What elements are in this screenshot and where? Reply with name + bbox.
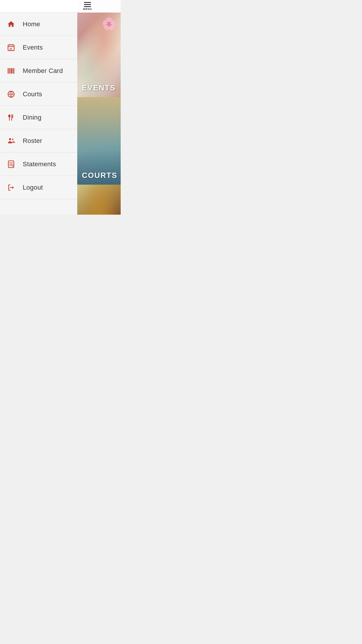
sidebar-item-roster[interactable]: Roster: [0, 129, 77, 153]
tile-dining[interactable]: DINING: [77, 185, 121, 215]
sidebar-item-home-label: Home: [23, 20, 40, 28]
tile-events-label: EVENTS: [82, 83, 116, 92]
main-content: MENU EVENTS COURTS DINING ROSTER: [77, 0, 121, 215]
svg-rect-7: [9, 68, 10, 74]
svg-rect-5: [8, 68, 8, 74]
sidebar-item-courts-label: Courts: [23, 90, 42, 98]
tile-events[interactable]: EVENTS: [77, 13, 121, 97]
hamburger-line-1: [84, 2, 91, 3]
sidebar-item-member-card-label: Member Card: [23, 67, 63, 75]
sidebar-item-dining[interactable]: Dining: [0, 106, 77, 129]
svg-rect-21: [12, 165, 13, 167]
sidebar-nav: Home 30 Events: [0, 13, 77, 215]
hamburger-line-3: [84, 6, 91, 7]
sidebar-item-statements-label: Statements: [23, 160, 56, 168]
people-icon: [6, 136, 16, 146]
svg-rect-10: [13, 68, 13, 74]
tile-courts[interactable]: COURTS: [77, 97, 121, 185]
home-icon: [6, 19, 16, 29]
sidebar-item-dining-label: Dining: [23, 114, 41, 121]
sidebar-item-courts[interactable]: Courts: [0, 83, 77, 106]
svg-text:30: 30: [9, 48, 12, 50]
document-icon: [6, 159, 16, 169]
svg-point-16: [12, 139, 14, 140]
calendar-icon: 30: [6, 42, 16, 53]
svg-rect-6: [9, 68, 9, 74]
tennis-icon: [6, 89, 16, 99]
menu-label: MENU: [83, 8, 92, 10]
header-bar: MENU: [77, 0, 121, 13]
menu-button[interactable]: MENU: [82, 1, 94, 12]
tile-courts-label: COURTS: [82, 171, 117, 180]
exit-icon: [6, 182, 16, 193]
svg-point-15: [9, 138, 11, 140]
tiles-container: EVENTS COURTS DINING ROSTER: [77, 13, 121, 215]
svg-rect-8: [10, 68, 11, 74]
sidebar-item-statements[interactable]: Statements: [0, 153, 77, 176]
barcode-icon: [6, 66, 16, 76]
sidebar-item-events[interactable]: 30 Events: [0, 36, 77, 59]
sidebar-item-member-card[interactable]: Member Card: [0, 59, 77, 83]
sidebar-item-logout[interactable]: Logout: [0, 176, 77, 199]
sidebar-top-spacer: [0, 0, 77, 13]
sidebar-item-home[interactable]: Home: [0, 13, 77, 36]
hamburger-icon: [84, 2, 91, 7]
svg-rect-11: [13, 68, 14, 74]
hamburger-line-2: [84, 4, 91, 5]
sidebar-item-logout-label: Logout: [23, 184, 43, 191]
sidebar-item-roster-label: Roster: [23, 137, 42, 145]
svg-rect-9: [11, 68, 12, 74]
utensils-icon: [6, 112, 16, 123]
sidebar: Home 30 Events: [0, 0, 77, 215]
svg-rect-12: [14, 68, 15, 74]
sidebar-item-events-label: Events: [23, 44, 43, 51]
